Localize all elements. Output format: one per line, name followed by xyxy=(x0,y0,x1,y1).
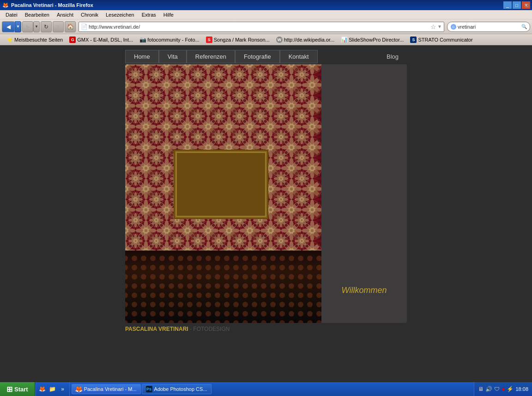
address-bar-container: 📄 ☆ ▼ xyxy=(79,22,444,32)
browser-content: Home Vita Referenzen Fotografie Kontakt … xyxy=(0,45,532,382)
menu-extras[interactable]: Extras xyxy=(138,12,160,18)
menu-lesezeichen[interactable]: Lesezeichen xyxy=(102,12,138,18)
bookmark-icon-2: 📷 xyxy=(139,37,146,43)
bookmark-label-1: GMX - E-Mail, DSL, Int... xyxy=(77,37,133,43)
bookmark-gmx[interactable]: G GMX - E-Mail, DSL, Int... xyxy=(66,36,136,44)
bookmark-icon-5: 📊 xyxy=(341,37,347,43)
bookmark-star-icon[interactable]: ☆ xyxy=(430,23,436,30)
site-main-content: Willkommen xyxy=(125,64,407,323)
settings-icon[interactable]: ⚙ xyxy=(524,2,530,9)
search-input[interactable] xyxy=(458,24,521,30)
site-name: PASCALINA VRETINARI xyxy=(125,326,188,332)
bookmark-label-6: STRATO Communicator xyxy=(418,37,472,43)
ql-icon-3[interactable]: » xyxy=(58,384,67,394)
taskbar-item-firefox[interactable]: 🦊 Pacalina Vretinari - M... xyxy=(72,384,141,394)
titlebar: 🦊 Pacalina Vretinari - Mozilla Firefox _… xyxy=(0,0,532,10)
window-title: Pacalina Vretinari - Mozilla Firefox xyxy=(11,2,503,8)
quick-launch-area: 🦊 📁 » xyxy=(36,382,70,396)
sys-icon-battery: ⚡ xyxy=(507,386,514,392)
bookmark-label-2: fotocommunity - Foto... xyxy=(147,37,199,43)
taskbar-photoshop-icon: Ps xyxy=(146,386,152,392)
bookmark-label-5: SlideShowPro Director... xyxy=(349,37,404,43)
windows-logo: ⊞ xyxy=(6,385,12,394)
nav-home[interactable]: Home xyxy=(125,50,159,63)
sys-icon-av: 🛡 xyxy=(494,386,500,392)
back-dropdown-button[interactable]: ▼ xyxy=(15,21,21,32)
welcome-text: Willkommen xyxy=(342,286,387,295)
search-engine-icon: G xyxy=(450,24,457,30)
bookmark-icon-3: S xyxy=(206,37,212,43)
start-label: Start xyxy=(14,386,28,393)
back-button[interactable]: ◀ xyxy=(2,21,15,32)
bookmarks-bar: ⭐ Meistbesuchte Seiten G GMX - E-Mail, D… xyxy=(0,34,532,45)
bookmark-meistbesuchte[interactable]: ⭐ Meistbesuchte Seiten xyxy=(4,36,66,44)
minimize-button[interactable]: _ xyxy=(503,1,512,9)
bookmark-label-0: Meistbesuchte Seiten xyxy=(14,37,63,43)
nav-blog[interactable]: Blog xyxy=(378,50,407,63)
bookmark-fotocommunity[interactable]: 📷 fotocommunity - Foto... xyxy=(137,36,202,44)
right-panel: Willkommen xyxy=(321,64,407,323)
taskbar-photoshop-label: Adobe Photoshop CS... xyxy=(154,386,207,392)
bookmark-label-3: Songza / Mark Ronson... xyxy=(214,37,270,43)
site-caption-rest: - FOTODESIGN xyxy=(188,326,230,332)
toolbar: ◀ ▼ ▶ ▼ ↻ ✕ 🏠 📄 ☆ ▼ G 🔍 xyxy=(0,19,532,34)
bookmark-slideshowpro[interactable]: 📊 SlideShowPro Director... xyxy=(338,36,406,44)
website: Home Vita Referenzen Fotografie Kontakt … xyxy=(0,45,532,382)
nav-vita[interactable]: Vita xyxy=(159,50,187,63)
system-time: 18:08 xyxy=(515,386,528,392)
menu-ansicht[interactable]: Ansicht xyxy=(53,12,77,18)
bookmark-icon-4: W xyxy=(276,37,283,43)
sys-icon-network: 🖥 xyxy=(478,386,484,392)
reload-button[interactable]: ↻ xyxy=(41,21,52,32)
address-dropdown-icon[interactable]: ▼ xyxy=(437,24,442,29)
nav-referenzen[interactable]: Referenzen xyxy=(187,50,235,63)
bookmark-wikipedia[interactable]: W http://de.wikipedia.or... xyxy=(273,36,337,44)
site-caption: PASCALINA VRETINARI - FOTODESIGN xyxy=(125,323,407,335)
room-photo xyxy=(125,64,321,323)
search-bar-container: G 🔍 xyxy=(447,22,530,32)
bookmark-icon-6: S xyxy=(410,37,417,43)
bookmark-strato[interactable]: S STRATO Communicator xyxy=(407,36,475,44)
menu-datei[interactable]: Datei xyxy=(2,12,21,18)
ql-icon-2[interactable]: 📁 xyxy=(48,384,57,394)
taskbar: ⊞ Start 🦊 📁 » 🦊 Pacalina Vretinari - M..… xyxy=(0,382,532,396)
photo-area xyxy=(125,64,321,323)
forward-button[interactable]: ▶ xyxy=(22,21,33,32)
menu-bearbeiten[interactable]: Bearbeiten xyxy=(21,12,53,18)
search-icon[interactable]: 🔍 xyxy=(521,24,527,29)
start-button[interactable]: ⊞ Start xyxy=(0,382,36,396)
stop-button[interactable]: ✕ xyxy=(53,21,64,32)
site-navigation: Home Vita Referenzen Fotografie Kontakt … xyxy=(125,50,407,63)
nav-kontakt[interactable]: Kontakt xyxy=(280,50,318,63)
bookmark-songza[interactable]: S Songza / Mark Ronson... xyxy=(203,36,272,44)
svg-text:G: G xyxy=(452,25,454,29)
firefox-icon: 🦊 xyxy=(2,1,9,9)
page-icon: 📄 xyxy=(81,24,88,30)
taskbar-firefox-icon: 🦊 xyxy=(76,386,82,392)
taskbar-firefox-label: Pacalina Vretinari - M... xyxy=(84,386,137,392)
nav-fotografie[interactable]: Fotografie xyxy=(235,50,280,63)
address-bar[interactable] xyxy=(89,24,429,30)
system-tray: 🖥 🔊 🛡 ● ⚡ 18:08 xyxy=(474,382,532,396)
taskbar-items: 🦊 Pacalina Vretinari - M... Ps Adobe Pho… xyxy=(70,382,474,396)
sys-icon-sound: 🔊 xyxy=(485,386,492,392)
home-button[interactable]: 🏠 xyxy=(65,21,76,32)
ql-icon-1[interactable]: 🦊 xyxy=(38,384,47,394)
menubar: Datei Bearbeiten Ansicht Chronik Lesezei… xyxy=(0,10,532,19)
bookmark-icon-1: G xyxy=(69,37,76,43)
forward-dropdown-button[interactable]: ▼ xyxy=(33,21,40,32)
menu-hilfe[interactable]: Hilfe xyxy=(160,12,177,18)
sys-icon-red: ● xyxy=(502,386,505,392)
taskbar-item-photoshop[interactable]: Ps Adobe Photoshop CS... xyxy=(142,384,212,394)
bookmark-label-4: http://de.wikipedia.or... xyxy=(284,37,334,43)
menu-chronik[interactable]: Chronik xyxy=(77,12,102,18)
maximize-button[interactable]: □ xyxy=(513,1,521,9)
bookmark-icon-0: ⭐ xyxy=(6,37,13,43)
